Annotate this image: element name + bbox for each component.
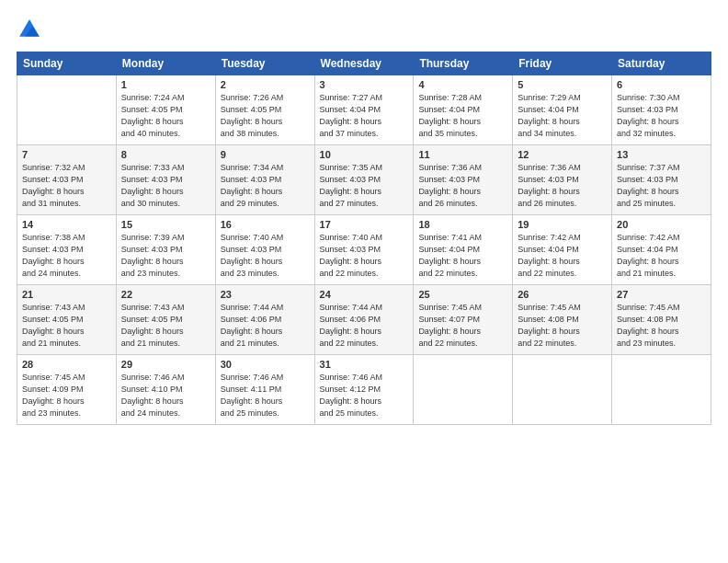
day-number: 20: [617, 219, 706, 230]
calendar-cell: 16Sunrise: 7:40 AM Sunset: 4:03 PM Dayli…: [215, 215, 314, 285]
day-number: 14: [22, 219, 111, 230]
calendar-cell: 12Sunrise: 7:36 AM Sunset: 4:03 PM Dayli…: [513, 145, 612, 215]
calendar-cell: 31Sunrise: 7:46 AM Sunset: 4:12 PM Dayli…: [314, 355, 414, 425]
calendar-week-row: 14Sunrise: 7:38 AM Sunset: 4:03 PM Dayli…: [17, 215, 711, 285]
calendar-cell: 4Sunrise: 7:28 AM Sunset: 4:04 PM Daylig…: [414, 75, 513, 145]
day-info: Sunrise: 7:28 AM Sunset: 4:04 PM Dayligh…: [418, 92, 507, 140]
weekday-header: Saturday: [612, 52, 711, 75]
calendar-cell: 15Sunrise: 7:39 AM Sunset: 4:03 PM Dayli…: [116, 215, 215, 285]
calendar-cell: 27Sunrise: 7:45 AM Sunset: 4:08 PM Dayli…: [612, 285, 711, 355]
calendar-cell: 25Sunrise: 7:45 AM Sunset: 4:07 PM Dayli…: [414, 285, 513, 355]
day-number: 12: [518, 149, 607, 160]
calendar-cell: 8Sunrise: 7:33 AM Sunset: 4:03 PM Daylig…: [116, 145, 215, 215]
weekday-header: Wednesday: [314, 52, 414, 75]
calendar-cell: 17Sunrise: 7:40 AM Sunset: 4:03 PM Dayli…: [314, 215, 414, 285]
day-info: Sunrise: 7:24 AM Sunset: 4:05 PM Dayligh…: [121, 92, 210, 140]
weekday-header-row: SundayMondayTuesdayWednesdayThursdayFrid…: [17, 52, 711, 75]
calendar-cell: [612, 355, 711, 425]
day-number: 9: [221, 149, 310, 160]
day-info: Sunrise: 7:45 AM Sunset: 4:08 PM Dayligh…: [518, 302, 607, 350]
calendar-cell: 24Sunrise: 7:44 AM Sunset: 4:06 PM Dayli…: [314, 285, 414, 355]
calendar-cell: 5Sunrise: 7:29 AM Sunset: 4:04 PM Daylig…: [513, 75, 612, 145]
day-info: Sunrise: 7:46 AM Sunset: 4:12 PM Dayligh…: [320, 372, 409, 419]
day-info: Sunrise: 7:44 AM Sunset: 4:06 PM Dayligh…: [320, 302, 409, 350]
calendar-cell: 28Sunrise: 7:45 AM Sunset: 4:09 PM Dayli…: [17, 355, 117, 425]
weekday-header: Monday: [116, 52, 215, 75]
day-info: Sunrise: 7:36 AM Sunset: 4:03 PM Dayligh…: [418, 162, 507, 210]
calendar-cell: 9Sunrise: 7:34 AM Sunset: 4:03 PM Daylig…: [215, 145, 314, 215]
day-number: 21: [22, 289, 111, 300]
day-number: 5: [518, 79, 607, 90]
day-info: Sunrise: 7:37 AM Sunset: 4:03 PM Dayligh…: [617, 162, 706, 210]
weekday-header: Tuesday: [215, 52, 314, 75]
weekday-header: Sunday: [17, 52, 117, 75]
page: SundayMondayTuesdayWednesdayThursdayFrid…: [0, 0, 728, 563]
logo-icon: [17, 17, 42, 42]
day-number: 31: [320, 359, 409, 370]
day-number: 22: [121, 289, 210, 300]
day-info: Sunrise: 7:44 AM Sunset: 4:06 PM Dayligh…: [221, 302, 310, 350]
day-number: 25: [418, 289, 507, 300]
day-info: Sunrise: 7:29 AM Sunset: 4:04 PM Dayligh…: [518, 92, 607, 140]
day-number: 3: [320, 79, 409, 90]
calendar-cell: 7Sunrise: 7:32 AM Sunset: 4:03 PM Daylig…: [17, 145, 117, 215]
calendar-cell: [17, 75, 117, 145]
header: [17, 17, 711, 42]
weekday-header: Friday: [513, 52, 612, 75]
day-number: 27: [617, 289, 706, 300]
calendar-cell: 21Sunrise: 7:43 AM Sunset: 4:05 PM Dayli…: [17, 285, 117, 355]
day-info: Sunrise: 7:33 AM Sunset: 4:03 PM Dayligh…: [121, 162, 210, 210]
day-number: 7: [22, 149, 111, 160]
day-info: Sunrise: 7:26 AM Sunset: 4:05 PM Dayligh…: [221, 92, 310, 140]
calendar-cell: 22Sunrise: 7:43 AM Sunset: 4:05 PM Dayli…: [116, 285, 215, 355]
day-number: 24: [320, 289, 409, 300]
day-info: Sunrise: 7:40 AM Sunset: 4:03 PM Dayligh…: [221, 232, 310, 280]
day-number: 19: [518, 219, 607, 230]
day-info: Sunrise: 7:41 AM Sunset: 4:04 PM Dayligh…: [418, 232, 507, 280]
calendar-cell: [513, 355, 612, 425]
calendar-week-row: 7Sunrise: 7:32 AM Sunset: 4:03 PM Daylig…: [17, 145, 711, 215]
day-number: 6: [617, 79, 706, 90]
day-number: 4: [418, 79, 507, 90]
day-info: Sunrise: 7:45 AM Sunset: 4:08 PM Dayligh…: [617, 302, 706, 350]
calendar-cell: 3Sunrise: 7:27 AM Sunset: 4:04 PM Daylig…: [314, 75, 414, 145]
calendar-cell: 19Sunrise: 7:42 AM Sunset: 4:04 PM Dayli…: [513, 215, 612, 285]
calendar-week-row: 1Sunrise: 7:24 AM Sunset: 4:05 PM Daylig…: [17, 75, 711, 145]
calendar: SundayMondayTuesdayWednesdayThursdayFrid…: [17, 52, 711, 425]
day-number: 15: [121, 219, 210, 230]
calendar-cell: 18Sunrise: 7:41 AM Sunset: 4:04 PM Dayli…: [414, 215, 513, 285]
day-info: Sunrise: 7:32 AM Sunset: 4:03 PM Dayligh…: [22, 162, 111, 210]
calendar-cell: 6Sunrise: 7:30 AM Sunset: 4:03 PM Daylig…: [612, 75, 711, 145]
day-number: 26: [518, 289, 607, 300]
day-number: 1: [121, 79, 210, 90]
day-info: Sunrise: 7:27 AM Sunset: 4:04 PM Dayligh…: [320, 92, 409, 140]
day-number: 10: [320, 149, 409, 160]
day-number: 16: [221, 219, 310, 230]
calendar-cell: 13Sunrise: 7:37 AM Sunset: 4:03 PM Dayli…: [612, 145, 711, 215]
day-info: Sunrise: 7:38 AM Sunset: 4:03 PM Dayligh…: [22, 232, 111, 280]
day-number: 30: [221, 359, 310, 370]
calendar-cell: 10Sunrise: 7:35 AM Sunset: 4:03 PM Dayli…: [314, 145, 414, 215]
calendar-cell: 30Sunrise: 7:46 AM Sunset: 4:11 PM Dayli…: [215, 355, 314, 425]
day-info: Sunrise: 7:42 AM Sunset: 4:04 PM Dayligh…: [518, 232, 607, 280]
day-info: Sunrise: 7:34 AM Sunset: 4:03 PM Dayligh…: [221, 162, 310, 210]
day-info: Sunrise: 7:45 AM Sunset: 4:07 PM Dayligh…: [418, 302, 507, 350]
calendar-cell: 29Sunrise: 7:46 AM Sunset: 4:10 PM Dayli…: [116, 355, 215, 425]
calendar-week-row: 28Sunrise: 7:45 AM Sunset: 4:09 PM Dayli…: [17, 355, 711, 425]
calendar-cell: 20Sunrise: 7:42 AM Sunset: 4:04 PM Dayli…: [612, 215, 711, 285]
day-number: 17: [320, 219, 409, 230]
calendar-cell: 26Sunrise: 7:45 AM Sunset: 4:08 PM Dayli…: [513, 285, 612, 355]
day-number: 29: [121, 359, 210, 370]
day-info: Sunrise: 7:35 AM Sunset: 4:03 PM Dayligh…: [320, 162, 409, 210]
day-info: Sunrise: 7:40 AM Sunset: 4:03 PM Dayligh…: [320, 232, 409, 280]
calendar-week-row: 21Sunrise: 7:43 AM Sunset: 4:05 PM Dayli…: [17, 285, 711, 355]
calendar-cell: [414, 355, 513, 425]
day-number: 13: [617, 149, 706, 160]
day-number: 11: [418, 149, 507, 160]
day-info: Sunrise: 7:45 AM Sunset: 4:09 PM Dayligh…: [22, 372, 111, 419]
day-number: 8: [121, 149, 210, 160]
day-info: Sunrise: 7:42 AM Sunset: 4:04 PM Dayligh…: [617, 232, 706, 280]
day-info: Sunrise: 7:46 AM Sunset: 4:11 PM Dayligh…: [221, 372, 310, 419]
day-number: 2: [221, 79, 310, 90]
calendar-cell: 1Sunrise: 7:24 AM Sunset: 4:05 PM Daylig…: [116, 75, 215, 145]
